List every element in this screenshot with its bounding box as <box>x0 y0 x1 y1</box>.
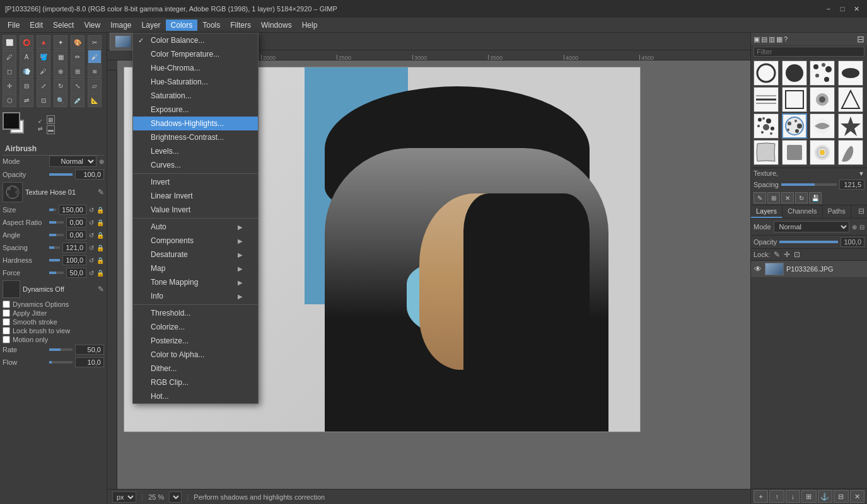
colors-menu-item-27[interactable]: RGB Clip... <box>133 375 258 389</box>
colors-menu-item-18[interactable]: Map▶ <box>133 261 258 275</box>
tool-airbrush[interactable]: 💨 <box>20 64 33 78</box>
colors-menu-item-6[interactable]: Shadows-Highlights... <box>133 117 258 130</box>
tool-gradient[interactable]: ▦ <box>54 50 67 64</box>
colors-menu-item-8[interactable]: Levels... <box>133 144 258 158</box>
brush-thumb-12[interactable] <box>838 113 863 139</box>
brush-spacing-slider[interactable] <box>781 183 837 186</box>
brush-action-duplicate[interactable]: ⊞ <box>767 192 780 203</box>
unit-select[interactable]: px <box>112 491 136 503</box>
brush-action-edit[interactable]: ✎ <box>754 192 766 203</box>
brush-action-delete[interactable]: ✕ <box>781 192 794 203</box>
layers-lock-alpha[interactable]: ⊡ <box>794 250 800 259</box>
colors-menu-item-19[interactable]: Tone Mapping▶ <box>133 275 258 289</box>
layer-row-0[interactable]: 👁 P1033266.JPG <box>751 261 867 278</box>
minimize-button[interactable]: − <box>823 3 834 14</box>
hardness-reset-icon[interactable]: ↺ <box>89 257 94 264</box>
tool-perspective[interactable]: ⬡ <box>3 93 16 107</box>
brush-preview[interactable] <box>3 182 23 202</box>
tool-eraser[interactable]: ◻ <box>3 64 16 78</box>
tool-move[interactable]: ✛ <box>3 79 16 93</box>
layers-action-duplicate[interactable]: ⊞ <box>801 490 816 503</box>
hardness-lock-icon[interactable]: 🔒 <box>96 257 104 264</box>
swatch-reset[interactable]: ↙ <box>38 118 43 124</box>
layers-opacity-slider[interactable] <box>779 241 838 243</box>
spacing-reset-icon[interactable]: ↺ <box>89 244 94 251</box>
colors-menu-item-7[interactable]: Brightness-Contrast... <box>133 130 258 144</box>
tab-channels[interactable]: Channels <box>783 205 822 218</box>
tool-rect-select[interactable]: ⬜ <box>3 35 16 49</box>
colors-menu-item-25[interactable]: Color to Alpha... <box>133 348 258 362</box>
rate-slider[interactable] <box>49 348 73 351</box>
tool-ellipse-select[interactable]: ⭕ <box>20 35 33 49</box>
brush-thumb-7[interactable] <box>810 87 835 112</box>
colors-menu-item-0[interactable]: ✓Color Balance... <box>133 33 258 47</box>
layer-visibility-0[interactable]: 👁 <box>754 265 762 273</box>
tool-transform[interactable]: ⤢ <box>37 79 50 93</box>
menu-tools[interactable]: Tools <box>197 20 225 31</box>
menu-edit[interactable]: Edit <box>25 20 48 31</box>
size-slider[interactable] <box>49 209 56 211</box>
tool-color-picker[interactable]: 💉 <box>71 93 84 107</box>
tool-align[interactable]: ⊟ <box>20 79 33 93</box>
colors-menu-item-17[interactable]: Desaturate▶ <box>133 248 258 261</box>
maximize-button[interactable]: □ <box>837 3 848 14</box>
layers-panel-expand[interactable]: ⊟ <box>856 205 867 218</box>
layers-action-anchor[interactable]: ⚓ <box>818 490 832 503</box>
layers-action-new[interactable]: + <box>754 490 768 503</box>
brush-thumb-3[interactable] <box>810 60 835 86</box>
zoom-select[interactable]: ▼ <box>169 491 182 503</box>
layers-action-merge[interactable]: ⊟ <box>834 490 848 503</box>
colors-menu-item-13[interactable]: Value Invert <box>133 203 258 217</box>
dynamics-options-checkbox[interactable] <box>3 301 10 308</box>
close-button[interactable]: ✕ <box>851 3 862 14</box>
pattern-swatch[interactable]: ▦ <box>47 115 55 124</box>
tool-fuzzy-select[interactable]: ✦ <box>54 35 67 49</box>
aspect-lock-icon[interactable]: 🔒 <box>96 219 104 226</box>
colors-menu-item-4[interactable]: Saturation... <box>133 89 258 103</box>
smooth-stroke-checkbox[interactable] <box>3 318 10 326</box>
layers-action-lower[interactable]: ↓ <box>786 490 800 503</box>
colors-menu-item-12[interactable]: Linear Invert <box>133 189 258 203</box>
brush-thumb-4[interactable] <box>838 60 863 86</box>
tool-measure[interactable]: 📐 <box>88 93 102 107</box>
tool-paintbrush[interactable]: 🖌 <box>88 50 102 64</box>
menu-select[interactable]: Select <box>48 20 79 31</box>
layers-action-delete[interactable]: ✕ <box>850 490 864 503</box>
force-slider[interactable] <box>49 272 64 274</box>
brush-thumb-6[interactable] <box>782 87 807 112</box>
tool-paths[interactable]: 🖊 <box>3 50 16 64</box>
tool-clone[interactable]: ⊞ <box>71 64 84 78</box>
tool-zoom[interactable]: 🔍 <box>54 93 67 107</box>
tool-rotate[interactable]: ↻ <box>54 79 67 93</box>
angle-reset-icon[interactable]: ↺ <box>89 232 94 239</box>
tool-scissors[interactable]: ✂ <box>88 35 102 49</box>
tool-shear[interactable]: ▱ <box>88 79 102 93</box>
spacing-slider[interactable] <box>49 246 60 249</box>
tool-crop[interactable]: ⊡ <box>37 93 50 107</box>
layers-mode-select[interactable]: Normal <box>774 221 849 232</box>
brush-action-refresh[interactable]: ↻ <box>795 192 808 203</box>
brush-action-save[interactable]: 💾 <box>809 192 822 203</box>
colors-menu-item-22[interactable]: Threshold... <box>133 306 258 320</box>
tool-scale[interactable]: ⤡ <box>71 79 84 93</box>
motion-only-checkbox[interactable] <box>3 336 10 343</box>
colors-menu-item-3[interactable]: Hue-Saturation... <box>133 75 258 89</box>
menu-windows[interactable]: Windows <box>256 20 297 31</box>
menu-help[interactable]: Help <box>297 20 323 31</box>
menu-filters[interactable]: Filters <box>225 20 256 31</box>
swatch-swap[interactable]: ⇄ <box>38 125 43 132</box>
tool-ink[interactable]: 🖋 <box>37 64 50 78</box>
colors-menu-item-20[interactable]: Info▶ <box>133 289 258 303</box>
hardness-slider[interactable] <box>49 259 60 261</box>
angle-slider[interactable] <box>49 234 64 236</box>
menu-view[interactable]: View <box>79 20 105 31</box>
tool-select-by-color[interactable]: 🎨 <box>71 35 84 49</box>
spacing-lock-icon[interactable]: 🔒 <box>96 244 104 251</box>
colors-menu-item-16[interactable]: Components▶ <box>133 234 258 248</box>
colors-menu-item-26[interactable]: Dither... <box>133 362 258 375</box>
tab-layers[interactable]: Layers <box>751 205 783 218</box>
aspect-reset-icon[interactable]: ↺ <box>89 219 94 226</box>
menu-file[interactable]: File <box>3 20 25 31</box>
brush-dropdown-arrow[interactable]: ▼ <box>858 170 864 177</box>
colors-menu-item-1[interactable]: Color Temperature... <box>133 47 258 61</box>
